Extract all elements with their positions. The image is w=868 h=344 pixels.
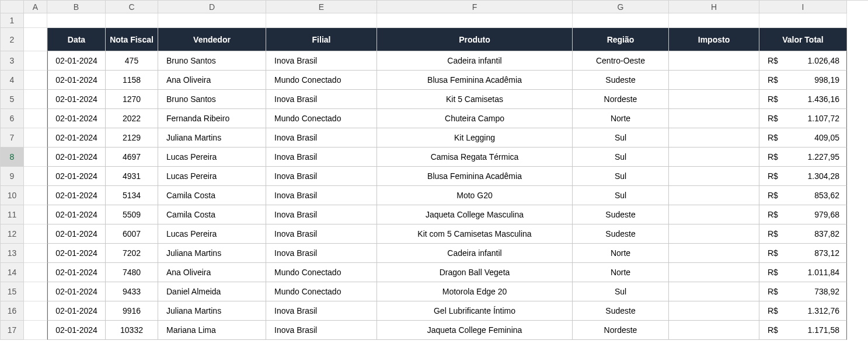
cell-A12[interactable] [24,224,47,244]
cell-D4[interactable]: Ana Oliveira [158,71,266,90]
cell-H4[interactable] [669,71,759,90]
cell-A4[interactable] [24,71,47,90]
cell-C14[interactable]: 7480 [106,263,158,282]
row-header-4[interactable]: 4 [1,71,24,90]
cell-C4[interactable]: 1158 [106,71,158,90]
cell-F12[interactable]: Kit com 5 Camisetas Masculina [377,224,573,244]
cell-D8[interactable]: Lucas Pereira [158,148,266,167]
cell-G6[interactable]: Norte [573,109,669,128]
table-header-D[interactable]: Vendedor [158,28,266,51]
cell-H17[interactable] [669,321,759,340]
cell-D14[interactable]: Ana Oliveira [158,263,266,282]
row-header-5[interactable]: 5 [1,90,24,109]
cell-C3[interactable]: 475 [106,51,158,71]
cell-I13[interactable]: R$873,12 [759,244,847,263]
cell-E14[interactable]: Mundo Conectado [266,263,377,282]
cell-D9[interactable]: Lucas Pereira [158,167,266,186]
row-header-14[interactable]: 14 [1,263,24,282]
cell-H13[interactable] [669,244,759,263]
cell-I16[interactable]: R$1.312,76 [759,301,847,321]
row-header-16[interactable]: 16 [1,301,24,321]
cell-I9[interactable]: R$1.304,28 [759,167,847,186]
cell-C1[interactable] [106,13,158,28]
spreadsheet-grid[interactable]: ABCDEFGHI12DataNota FiscalVendedorFilial… [0,0,868,340]
row-header-2[interactable]: 2 [1,28,24,51]
cell-B9[interactable]: 02-01-2024 [47,167,106,186]
cell-B13[interactable]: 02-01-2024 [47,244,106,263]
cell-E1[interactable] [266,13,377,28]
cell-B15[interactable]: 02-01-2024 [47,282,106,301]
cell-C15[interactable]: 9433 [106,282,158,301]
cell-D16[interactable]: Juliana Martins [158,301,266,321]
cell-H11[interactable] [669,205,759,224]
cell-G15[interactable]: Sul [573,282,669,301]
cell-B1[interactable] [47,13,106,28]
column-header-C[interactable]: C [106,1,158,13]
cell-F1[interactable] [377,13,573,28]
cell-E7[interactable]: Inova Brasil [266,128,377,148]
row-header-8[interactable]: 8 [1,148,24,167]
cell-D11[interactable]: Camila Costa [158,205,266,224]
cell-H7[interactable] [669,128,759,148]
cell-F17[interactable]: Jaqueta College Feminina [377,321,573,340]
cell-A2[interactable] [24,28,47,51]
cell-A11[interactable] [24,205,47,224]
cell-E10[interactable]: Inova Brasil [266,186,377,205]
cell-B12[interactable]: 02-01-2024 [47,224,106,244]
table-header-H[interactable]: Imposto [669,28,759,51]
cell-B3[interactable]: 02-01-2024 [47,51,106,71]
row-header-17[interactable]: 17 [1,321,24,340]
cell-I17[interactable]: R$1.171,58 [759,321,847,340]
cell-B4[interactable]: 02-01-2024 [47,71,106,90]
cell-G8[interactable]: Sul [573,148,669,167]
cell-I15[interactable]: R$738,92 [759,282,847,301]
cell-B6[interactable]: 02-01-2024 [47,109,106,128]
cell-A16[interactable] [24,301,47,321]
table-header-I[interactable]: Valor Total [759,28,847,51]
cell-I10[interactable]: R$853,62 [759,186,847,205]
cell-E9[interactable]: Inova Brasil [266,167,377,186]
column-header-B[interactable]: B [47,1,106,13]
cell-G11[interactable]: Sudeste [573,205,669,224]
cell-F8[interactable]: Camisa Regata Térmica [377,148,573,167]
cell-F3[interactable]: Cadeira infantil [377,51,573,71]
table-header-F[interactable]: Produto [377,28,573,51]
cell-D15[interactable]: Daniel Almeida [158,282,266,301]
cell-I3[interactable]: R$1.026,48 [759,51,847,71]
cell-B8[interactable]: 02-01-2024 [47,148,106,167]
cell-B5[interactable]: 02-01-2024 [47,90,106,109]
column-header-D[interactable]: D [158,1,266,13]
cell-C10[interactable]: 5134 [106,186,158,205]
cell-F7[interactable]: Kit Legging [377,128,573,148]
cell-C8[interactable]: 4697 [106,148,158,167]
cell-F10[interactable]: Moto G20 [377,186,573,205]
cell-E11[interactable]: Inova Brasil [266,205,377,224]
cell-D7[interactable]: Juliana Martins [158,128,266,148]
cell-H10[interactable] [669,186,759,205]
cell-H3[interactable] [669,51,759,71]
cell-E8[interactable]: Inova Brasil [266,148,377,167]
column-header-G[interactable]: G [573,1,669,13]
cell-A14[interactable] [24,263,47,282]
cell-C17[interactable]: 10332 [106,321,158,340]
cell-E13[interactable]: Inova Brasil [266,244,377,263]
cell-H14[interactable] [669,263,759,282]
cell-H9[interactable] [669,167,759,186]
cell-A1[interactable] [24,13,47,28]
cell-E12[interactable]: Inova Brasil [266,224,377,244]
cell-C6[interactable]: 2022 [106,109,158,128]
cell-A9[interactable] [24,167,47,186]
cell-H5[interactable] [669,90,759,109]
cell-F6[interactable]: Chuteira Campo [377,109,573,128]
row-header-13[interactable]: 13 [1,244,24,263]
cell-G5[interactable]: Nordeste [573,90,669,109]
cell-I14[interactable]: R$1.011,84 [759,263,847,282]
cell-C16[interactable]: 9916 [106,301,158,321]
cell-G10[interactable]: Sul [573,186,669,205]
cell-C12[interactable]: 6007 [106,224,158,244]
cell-C5[interactable]: 1270 [106,90,158,109]
column-header-I[interactable]: I [759,1,847,13]
cell-H16[interactable] [669,301,759,321]
cell-A8[interactable] [24,148,47,167]
cell-G3[interactable]: Centro-Oeste [573,51,669,71]
